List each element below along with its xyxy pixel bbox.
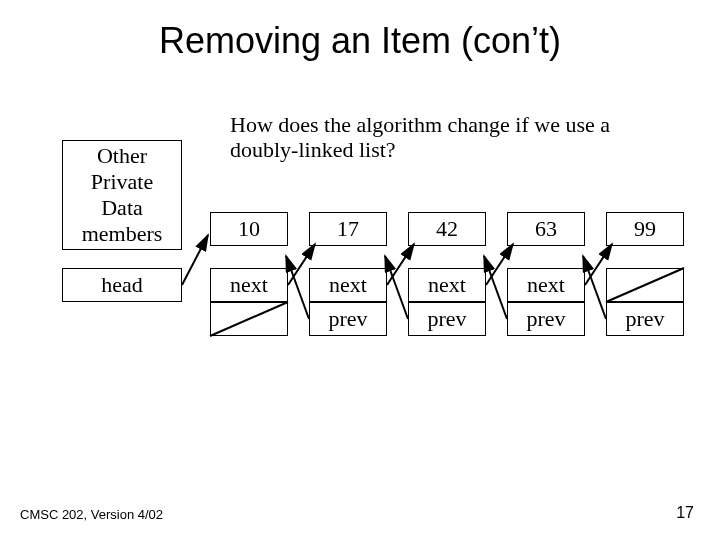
page-number: 17 (676, 504, 694, 522)
node-next-null (606, 268, 684, 302)
node-next-label: next (408, 268, 486, 302)
svg-line-10 (182, 235, 208, 285)
node-value: 17 (309, 212, 387, 246)
svg-line-7 (484, 256, 507, 319)
node-next-label: next (309, 268, 387, 302)
node-prev-label: prev (606, 302, 684, 336)
node-value: 10 (210, 212, 288, 246)
node-prev-null (210, 302, 288, 336)
node-next-label: next (210, 268, 288, 302)
node-value: 42 (408, 212, 486, 246)
node-prev-label: prev (408, 302, 486, 336)
footer-left: CMSC 202, Version 4/02 (20, 507, 163, 522)
question-text: How does the algorithm change if we use … (230, 112, 650, 163)
node-value: 99 (606, 212, 684, 246)
members-box: Other Private Data members (62, 140, 182, 250)
svg-line-5 (385, 256, 408, 319)
node-prev-label: prev (309, 302, 387, 336)
node-prev-label: prev (507, 302, 585, 336)
slide-title: Removing an Item (con’t) (0, 20, 720, 62)
svg-line-3 (286, 256, 309, 319)
node-next-label: next (507, 268, 585, 302)
node-value: 63 (507, 212, 585, 246)
head-box: head (62, 268, 182, 302)
svg-line-9 (583, 256, 606, 319)
